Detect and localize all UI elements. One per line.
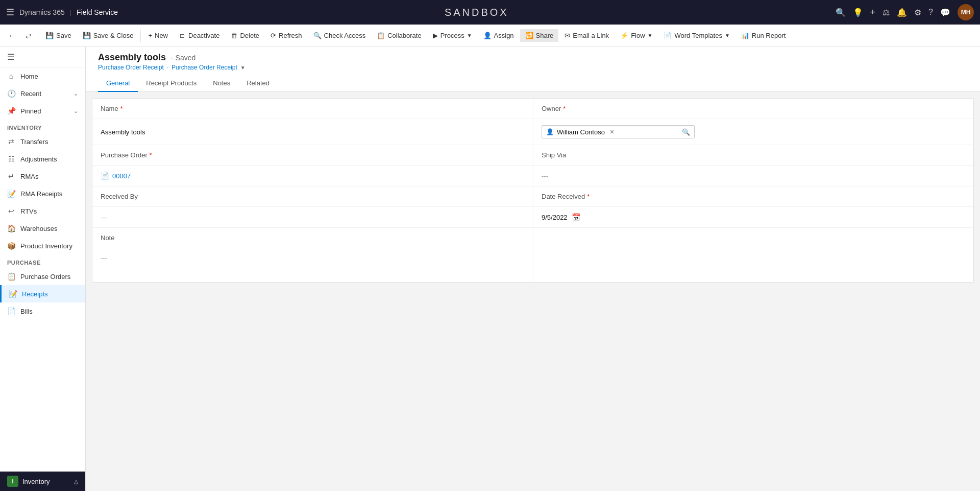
owner-clear-icon[interactable]: × — [610, 128, 614, 136]
tab-receipt-products[interactable]: Receipt Products — [138, 75, 205, 92]
module-name[interactable]: Field Service — [77, 8, 118, 16]
transfers-icon: ⇄ — [7, 137, 15, 146]
sidebar-item-product-inventory[interactable]: 📦 Product Inventory — [0, 237, 85, 254]
purchase-order-label: Purchase Order * — [92, 145, 533, 166]
sidebar-item-pinned[interactable]: 📌 Pinned ⌄ — [0, 102, 85, 120]
flow-chevron-icon: ▼ — [648, 33, 653, 38]
save-button[interactable]: 💾 Save — [40, 29, 77, 42]
word-templates-button[interactable]: 📄 Word Templates ▼ — [658, 29, 734, 42]
purchase-order-link[interactable]: 📄 00007 — [101, 172, 131, 180]
date-received-field[interactable]: 9/5/2022 📅 — [542, 213, 580, 221]
date-received-value[interactable]: 9/5/2022 📅 — [533, 207, 973, 228]
tab-notes[interactable]: Notes — [205, 75, 238, 92]
assign-button[interactable]: 👤 Assign — [478, 29, 519, 42]
minimize-button[interactable]: ⇄ — [21, 29, 36, 42]
back-button[interactable]: ← — [4, 29, 20, 43]
note-value: --- — [92, 248, 533, 282]
sidebar-item-rmas[interactable]: ↵ RMAs — [0, 168, 85, 185]
refresh-icon: ⟳ — [271, 32, 276, 39]
breadcrumb-link-2[interactable]: Purchase Order Receipt — [172, 64, 237, 71]
name-required: * — [120, 105, 123, 112]
sidebar-item-rma-receipts[interactable]: 📝 RMA Receipts — [0, 185, 85, 202]
owner-search-icon[interactable]: 🔍 — [682, 128, 690, 136]
deactivate-icon: 🗆 — [179, 32, 186, 39]
calendar-icon[interactable]: 📅 — [572, 213, 580, 221]
flow-button[interactable]: ⚡ Flow ▼ — [615, 29, 657, 42]
breadcrumb-link-1[interactable]: Purchase Order Receipt — [98, 64, 164, 71]
received-by-value: --- — [92, 207, 533, 228]
filter-icon[interactable]: ⚖ — [883, 8, 890, 17]
sidebar-item-adjustments[interactable]: ☷ Adjustments — [0, 150, 85, 168]
delete-button[interactable]: 🗑 Delete — [226, 29, 264, 42]
email-icon: ✉ — [565, 32, 570, 39]
sidebar-item-bills[interactable]: 📄 Bills — [0, 302, 85, 320]
recent-icon: 🕐 — [7, 89, 15, 98]
purchase-order-value[interactable]: 📄 00007 — [92, 166, 533, 186]
run-report-button[interactable]: 📊 Run Report — [736, 29, 791, 42]
breadcrumb-dropdown-icon[interactable]: ▼ — [240, 65, 246, 71]
purchase-section-header: Purchase — [0, 254, 85, 268]
owner-value[interactable]: 👤 William Contoso × 🔍 — [533, 119, 973, 145]
delete-icon: 🗑 — [231, 32, 237, 39]
owner-required: * — [563, 105, 566, 112]
email-link-button[interactable]: ✉ Email a Link — [559, 29, 614, 42]
sidebar-item-recent[interactable]: 🕐 Recent ⌄ — [0, 85, 85, 102]
recent-chevron-icon: ⌄ — [74, 90, 78, 97]
search-icon[interactable]: 🔍 — [836, 8, 846, 17]
add-icon[interactable]: + — [870, 7, 876, 18]
warehouses-icon: 🏠 — [7, 224, 15, 232]
form-area: Name * Owner * Assembly tools 👤 William … — [92, 98, 974, 283]
run-report-icon: 📊 — [741, 32, 749, 39]
refresh-button[interactable]: ⟳ Refresh — [265, 29, 307, 42]
owner-field[interactable]: 👤 William Contoso × 🔍 — [542, 125, 695, 138]
check-access-button[interactable]: 🔍 Check Access — [308, 29, 371, 42]
share-button[interactable]: 🔁 Share — [520, 29, 559, 42]
page-saved-status: - Saved — [171, 54, 195, 62]
sidebar-hamburger[interactable]: ☰ — [0, 47, 85, 67]
settings-icon[interactable]: ⚙ — [914, 8, 921, 17]
word-templates-icon: 📄 — [664, 32, 672, 39]
name-value: Assembly tools — [92, 119, 533, 145]
share-icon: 🔁 — [525, 32, 533, 39]
sidebar-item-purchase-orders[interactable]: 📋 Purchase Orders — [0, 268, 85, 285]
flow-icon: ⚡ — [620, 32, 628, 39]
sidebar-item-warehouses[interactable]: 🏠 Warehouses — [0, 220, 85, 237]
note-empty-label — [533, 228, 973, 248]
lightbulb-icon[interactable]: 💡 — [853, 8, 863, 17]
bell-icon[interactable]: 🔔 — [897, 8, 907, 17]
product-inventory-icon: 📦 — [7, 242, 15, 250]
sidebar-bottom-bar[interactable]: I Inventory △ — [0, 471, 85, 491]
sidebar-item-receipts[interactable]: 📝 Receipts — [0, 285, 85, 302]
inventory-section-header: Inventory — [0, 120, 85, 133]
collaborate-button[interactable]: 📋 Collaborate — [372, 29, 427, 42]
date-received-label: Date Received * — [533, 186, 973, 207]
breadcrumb-separator: · — [167, 64, 168, 71]
help-icon[interactable]: ? — [928, 8, 933, 17]
chat-icon[interactable]: 💬 — [940, 8, 950, 17]
process-button[interactable]: ▶ Process ▼ — [428, 29, 477, 42]
sidebar-item-home[interactable]: ⌂ Home — [0, 67, 85, 85]
sandbox-label: SANDBOX — [124, 7, 829, 18]
new-button[interactable]: + New — [143, 29, 173, 42]
sidebar: ☰ ⌂ Home 🕐 Recent ⌄ 📌 Pinned ⌄ Inventory… — [0, 47, 86, 491]
date-required: * — [587, 193, 590, 200]
app-name[interactable]: Dynamics 365 — [19, 8, 65, 16]
sidebar-item-transfers[interactable]: ⇄ Transfers — [0, 133, 85, 150]
po-required: * — [150, 152, 152, 159]
home-icon: ⌂ — [7, 72, 15, 80]
save-icon: 💾 — [45, 32, 54, 39]
user-avatar[interactable]: MH — [958, 4, 974, 20]
save-close-button[interactable]: 💾 Save & Close — [78, 29, 139, 42]
sidebar-item-rtvs[interactable]: ↩ RTVs — [0, 202, 85, 220]
sidebar-bottom-icon: I — [7, 476, 18, 487]
note-label: Note — [92, 228, 533, 248]
deactivate-button[interactable]: 🗆 Deactivate — [174, 29, 225, 42]
rtvs-icon: ↩ — [7, 207, 15, 215]
top-bar-right: 🔍 💡 + ⚖ 🔔 ⚙ ? 💬 MH — [836, 4, 974, 20]
receipts-icon: 📝 — [9, 290, 17, 298]
tab-related[interactable]: Related — [238, 75, 278, 92]
hamburger-icon[interactable]: ☰ — [6, 7, 14, 18]
tab-general[interactable]: General — [98, 75, 138, 92]
owner-name: William Contoso — [557, 128, 605, 136]
pinned-icon: 📌 — [7, 107, 15, 115]
